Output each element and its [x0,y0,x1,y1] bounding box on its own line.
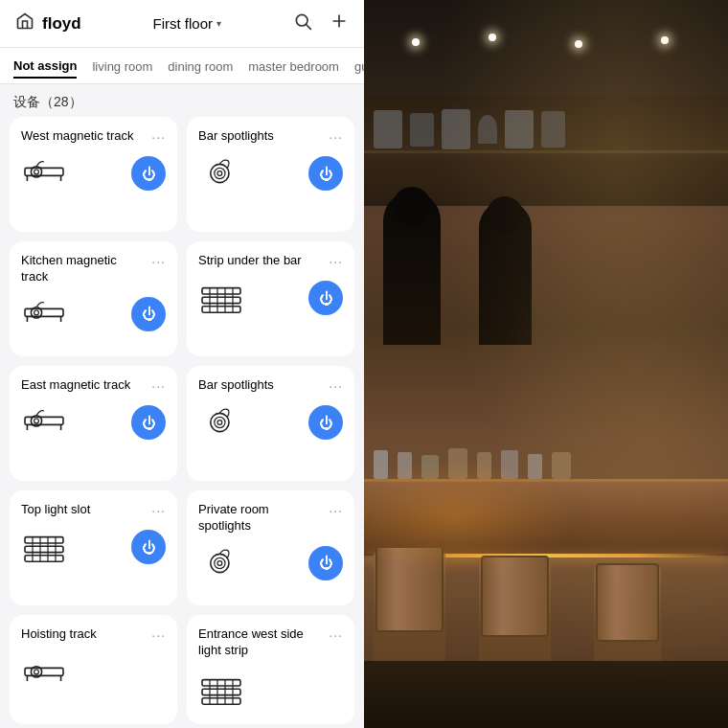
svg-rect-32 [25,537,63,543]
svg-point-39 [211,554,229,572]
device-card-bar-spotlights-1: Bar spotlights ··· ⏻ [187,117,354,232]
svg-rect-17 [202,288,240,294]
device-card-hoisting-track: Hoisting track ··· [10,615,177,724]
svg-point-31 [217,421,222,425]
device-card-top-light-slot: Top light slot ··· ⏻ [10,490,177,605]
svg-rect-48 [202,689,240,694]
tabs-bar: Not assign living room dining room maste… [0,48,364,84]
spotlight-icon [198,401,244,444]
more-menu-hoisting-track[interactable]: ··· [151,627,166,643]
more-menu-west-magnetic[interactable]: ··· [151,129,166,145]
more-menu-east-magnetic[interactable]: ··· [151,378,166,394]
power-icon: ⏻ [319,555,333,571]
tab-living-room[interactable]: living room [92,59,152,78]
svg-point-11 [217,171,222,176]
svg-point-29 [211,413,229,431]
svg-point-6 [34,170,39,174]
power-icon: ⏻ [319,166,333,182]
svg-point-44 [34,670,39,674]
power-button-top-light-slot[interactable]: ⏻ [131,530,166,564]
power-button-east-magnetic[interactable]: ⏻ [131,405,166,440]
device-card-entrance-strip: Entrance west side light strip ··· [187,615,354,724]
tab-master-bedroom[interactable]: master bedroom [248,59,339,78]
header-left: floyd [15,11,81,35]
power-icon: ⏻ [142,166,156,182]
card-title: West magnetic track [21,128,134,145]
power-icon: ⏻ [142,306,156,322]
tab-dining-room[interactable]: dining room [168,59,233,78]
more-menu-entrance-strip[interactable]: ··· [329,627,343,643]
strip-icon [198,669,244,711]
tab-guest-bedroom[interactable]: guest bedroom [354,59,364,78]
power-button-bar-spotlights-1[interactable]: ⏻ [308,156,343,191]
device-card-east-magnetic: East magnetic track ··· ⏻ [10,366,177,481]
card-title: Hoisting track [21,626,97,643]
power-icon: ⏻ [319,290,333,307]
track-icon [21,293,67,335]
svg-point-9 [211,164,229,182]
power-button-kitchen-magnetic[interactable]: ⏻ [131,297,166,331]
device-grid: West magnetic track ··· ⏻ [0,117,364,728]
header: floyd First floor ▾ [0,0,364,48]
device-row-5: Hoisting track ··· Entrance west side li… [10,615,354,724]
device-row-3: East magnetic track ··· ⏻ [10,366,354,481]
card-title: Strip under the bar [198,253,302,269]
power-button-west-magnetic[interactable]: ⏻ [131,156,166,191]
chevron-down-icon: ▾ [216,18,221,29]
device-card-kitchen-magnetic: Kitchen magnetic track ··· ⏻ [10,241,177,356]
svg-point-30 [215,417,225,427]
floor-selector[interactable]: First floor ▾ [153,15,222,32]
power-icon: ⏻ [142,415,156,431]
device-card-strip-under-bar: Strip under the bar ··· ⏻ [187,241,354,356]
app-name: floyd [42,14,81,34]
svg-point-14 [34,310,39,315]
spotlight-icon [198,152,244,194]
add-icon[interactable] [330,11,349,35]
more-menu-top-light-slot[interactable]: ··· [151,503,166,518]
device-count: 设备（28） [0,84,364,117]
card-title: Kitchen magnetic track [21,253,146,285]
power-button-bar-spotlights-2[interactable]: ⏻ [308,405,343,440]
strip-icon [198,277,244,319]
power-button-private-spotlights[interactable]: ⏻ [308,546,343,580]
card-title: Top light slot [21,502,90,518]
svg-point-10 [215,168,225,178]
card-title: Private room spotlights [198,502,269,535]
power-icon: ⏻ [319,415,333,431]
svg-point-41 [217,560,222,565]
track-icon [21,401,67,444]
svg-rect-19 [202,307,240,312]
header-icons [293,11,349,35]
svg-rect-49 [202,698,240,704]
device-card-west-magnetic: West magnetic track ··· ⏻ [10,117,177,232]
more-menu-bar-spotlights-2[interactable]: ··· [329,378,343,394]
more-menu-kitchen-magnetic[interactable]: ··· [151,254,166,269]
spotlight-icon [198,542,244,584]
device-row-4: Top light slot ··· ⏻ [10,490,354,605]
more-menu-private-spotlights[interactable]: ··· [329,503,343,518]
card-title: Bar spotlights [198,377,274,394]
svg-point-40 [215,557,225,568]
left-panel: floyd First floor ▾ Not assign living [0,0,364,728]
device-card-private-spotlights: Private room spotlights ··· ⏻ [187,490,354,605]
device-row-1: West magnetic track ··· ⏻ [10,117,354,232]
track-icon [21,152,67,194]
restaurant-photo [364,0,728,728]
svg-rect-34 [25,556,63,561]
card-title: Bar spotlights [198,128,274,145]
track-icon [21,652,67,694]
floor-label: First floor [153,15,214,32]
svg-rect-18 [202,297,240,303]
tab-not-assign[interactable]: Not assign [13,58,77,79]
device-row-2: Kitchen magnetic track ··· ⏻ [10,241,354,356]
card-title: East magnetic track [21,377,130,394]
svg-point-26 [34,419,39,423]
home-icon [15,11,34,35]
power-button-strip-under-bar[interactable]: ⏻ [308,281,343,315]
more-menu-bar-spotlights-1[interactable]: ··· [329,129,343,145]
more-menu-strip-under-bar[interactable]: ··· [329,254,343,269]
device-card-bar-spotlights-2: Bar spotlights ··· ⏻ [187,366,354,481]
svg-line-1 [307,25,311,30]
photo-overlay [364,0,728,728]
search-icon[interactable] [293,11,312,35]
